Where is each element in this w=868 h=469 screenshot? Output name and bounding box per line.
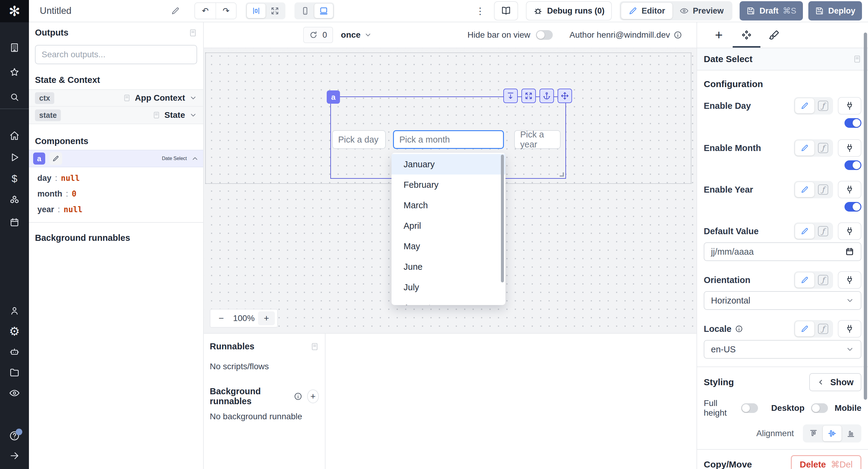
home-icon[interactable] [8, 130, 21, 142]
refresh-mode-select[interactable]: once [341, 30, 372, 40]
align-top-button[interactable] [804, 426, 823, 441]
tab-editor[interactable]: Editor [621, 3, 673, 19]
audit-eye-icon[interactable] [8, 387, 21, 399]
component-row-a[interactable]: a Date Select [29, 150, 203, 167]
runnables-doc-icon[interactable] [310, 342, 319, 351]
month-option-march[interactable]: March [392, 195, 505, 216]
month-option-august[interactable]: August [392, 298, 505, 305]
align-center-button[interactable] [823, 426, 841, 441]
static-mode-pencil-button[interactable] [795, 182, 814, 197]
info-icon[interactable] [294, 392, 302, 401]
static-mode-pencil-button[interactable] [795, 98, 814, 113]
tab-preview[interactable]: Preview [673, 3, 731, 19]
default-value-date-input[interactable]: jj/mm/aaaa [704, 242, 861, 261]
month-option-june[interactable]: June [392, 256, 505, 277]
add-background-runnable-button[interactable]: + [307, 389, 319, 403]
usage-dollar-icon[interactable]: $ [8, 173, 21, 184]
pick-day-input[interactable]: Pick a day [332, 130, 386, 149]
locale-select[interactable]: en-US [704, 340, 861, 359]
help-icon[interactable] [8, 430, 21, 442]
runs-play-icon[interactable] [8, 151, 21, 163]
static-mode-pencil-button[interactable] [795, 273, 814, 287]
month-option-january[interactable]: January [392, 154, 505, 175]
connect-plug-button[interactable] [838, 320, 861, 338]
desktop-toggle[interactable] [811, 403, 828, 413]
centered-layout-button[interactable] [247, 4, 266, 18]
show-styling-button[interactable]: Show [809, 373, 861, 391]
component-doc-icon[interactable] [853, 55, 861, 63]
connect-plug-button[interactable] [838, 222, 861, 240]
resize-handle[interactable] [560, 173, 564, 177]
month-option-april[interactable]: April [392, 216, 505, 236]
edit-title-pencil-icon[interactable] [171, 6, 180, 15]
pick-month-input[interactable]: Pick a month [393, 130, 504, 149]
function-mode-button[interactable]: ƒ [814, 143, 832, 153]
dropdown-scrollbar[interactable] [501, 155, 504, 282]
page-scrollbar[interactable] [864, 33, 867, 400]
zoom-out-button[interactable]: − [213, 311, 230, 325]
calendar-icon[interactable] [845, 247, 854, 256]
connect-plug-button[interactable] [838, 271, 861, 289]
chevron-down-icon[interactable] [189, 94, 197, 102]
chevron-up-icon[interactable] [191, 155, 199, 162]
expand-icon[interactable] [521, 89, 536, 103]
mobile-view-button[interactable] [296, 4, 314, 18]
month-option-february[interactable]: February [392, 175, 505, 195]
delete-component-button[interactable]: Delete ⌘Del [791, 455, 861, 469]
pick-year-input[interactable]: Pick a year [514, 130, 561, 149]
anchor-icon[interactable] [539, 89, 554, 103]
tab-global-styling[interactable] [761, 22, 788, 48]
desktop-view-button[interactable] [314, 4, 333, 18]
redo-button[interactable]: ↷ [216, 3, 236, 19]
windmill-logo-icon[interactable]: ✻ [0, 0, 29, 22]
users-icon[interactable] [8, 305, 21, 317]
expand-rail-arrow-icon[interactable] [8, 450, 21, 462]
connect-plug-button[interactable] [838, 181, 861, 198]
function-mode-button[interactable]: ƒ [814, 324, 832, 334]
tab-insert-component[interactable]: + [705, 22, 733, 48]
enable-month-toggle[interactable] [844, 160, 861, 170]
app-canvas[interactable]: a Pick a day Pick a month Pick a year Ja… [204, 48, 696, 333]
orientation-select[interactable]: Horizontal [704, 291, 861, 310]
function-mode-button[interactable]: ƒ [814, 101, 832, 111]
schedules-calendar-icon[interactable] [8, 216, 21, 228]
more-menu-kebab-icon[interactable]: ⋮ [474, 6, 486, 16]
deploy-button[interactable]: Deploy [808, 1, 862, 21]
search-icon[interactable] [8, 91, 21, 103]
favorites-star-icon[interactable] [8, 66, 21, 79]
align-bottom-button[interactable] [841, 426, 860, 441]
fullwidth-layout-button[interactable] [266, 4, 284, 18]
month-option-july[interactable]: July [392, 277, 505, 298]
full-height-toggle[interactable] [741, 403, 758, 413]
enable-year-toggle[interactable] [844, 202, 861, 212]
month-option-may[interactable]: May [392, 236, 505, 256]
debug-runs-button[interactable]: Debug runs (0) [526, 1, 612, 21]
output-field-year[interactable]: year : null [37, 201, 203, 217]
outputs-doc-icon[interactable] [189, 29, 197, 37]
info-icon[interactable] [674, 31, 682, 39]
hide-bar-toggle[interactable] [536, 30, 553, 40]
function-mode-button[interactable]: ƒ [814, 184, 832, 195]
tab-component-settings[interactable] [733, 22, 761, 48]
rename-pencil-icon[interactable] [50, 152, 62, 165]
docs-book-button[interactable] [494, 1, 518, 21]
dock-down-icon[interactable] [503, 89, 518, 103]
function-mode-button[interactable]: ƒ [814, 226, 832, 236]
state-row[interactable]: state State [29, 107, 203, 124]
info-icon[interactable] [735, 325, 743, 333]
workspace-building-icon[interactable] [8, 41, 21, 54]
ctx-row[interactable]: ctx App Context [29, 89, 203, 107]
move-icon[interactable] [558, 89, 572, 103]
connect-plug-button[interactable] [838, 97, 861, 115]
draft-button[interactable]: Draft ⌘S [740, 1, 803, 21]
output-field-month[interactable]: month : 0 [37, 186, 203, 201]
undo-button[interactable]: ↶ [195, 3, 216, 19]
function-mode-button[interactable]: ƒ [814, 275, 832, 285]
component-badge[interactable]: a [327, 90, 340, 104]
connect-plug-button[interactable] [838, 139, 861, 157]
workers-robot-icon[interactable] [8, 346, 21, 358]
zoom-in-button[interactable]: + [258, 311, 275, 325]
chevron-down-icon[interactable] [189, 111, 197, 119]
settings-gear-icon[interactable]: ⚙ [8, 325, 21, 337]
resources-cubes-icon[interactable] [8, 194, 21, 206]
